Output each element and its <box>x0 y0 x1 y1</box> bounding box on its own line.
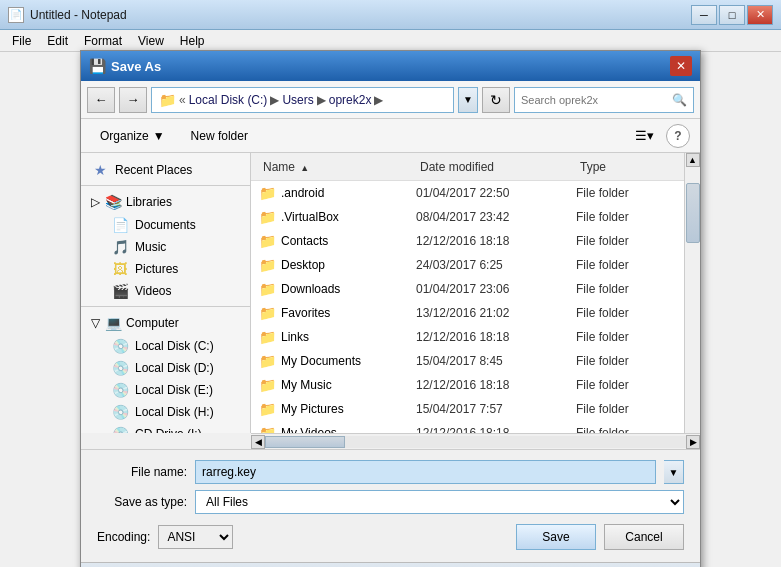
path-folder-icon: 📁 <box>158 92 176 108</box>
help-button[interactable]: ? <box>666 124 690 148</box>
nav-disk-h-label: Local Disk (H:) <box>135 405 214 419</box>
dialog-close-button[interactable]: ✕ <box>670 56 692 76</box>
file-name-text: .android <box>281 186 324 200</box>
nav-cd-drive[interactable]: 💿 CD Drive (I:) <box>81 423 250 433</box>
file-folder-icon: 📁 <box>259 209 277 225</box>
file-name-dropdown[interactable]: ▼ <box>664 460 684 484</box>
save-button[interactable]: Save <box>516 524 596 550</box>
address-path[interactable]: 📁 « Local Disk (C:) ▶ Users ▶ oprek2x ▶ <box>151 87 454 113</box>
file-type-cell: File folder <box>576 234 676 248</box>
search-box[interactable]: 🔍 <box>514 87 694 113</box>
nav-documents[interactable]: 📄 Documents <box>81 214 250 236</box>
file-date-cell: 15/04/2017 8:45 <box>416 354 576 368</box>
disk-e-icon: 💿 <box>111 382 129 398</box>
forward-button[interactable]: → <box>119 87 147 113</box>
path-segment-2[interactable]: Users <box>282 93 313 107</box>
col-type[interactable]: Type <box>576 160 676 174</box>
file-date-cell: 12/12/2016 18:18 <box>416 426 576 433</box>
scroll-up[interactable]: ▲ <box>686 153 700 167</box>
encoding-select[interactable]: ANSI UTF-8 Unicode <box>158 525 233 549</box>
refresh-button[interactable]: ↻ <box>482 87 510 113</box>
table-row[interactable]: 📁 My Documents 15/04/2017 8:45 File fold… <box>251 349 684 373</box>
videos-icon: 🎬 <box>111 283 129 299</box>
address-dropdown[interactable]: ▼ <box>458 87 478 113</box>
file-name-text: Downloads <box>281 282 340 296</box>
scroll-thumb[interactable] <box>686 183 700 243</box>
computer-expand-icon: ▽ <box>91 316 100 330</box>
computer-icon: 💻 <box>104 315 122 331</box>
path-segment-1[interactable]: Local Disk (C:) <box>189 93 268 107</box>
scroll-right[interactable]: ▶ <box>686 435 700 449</box>
nav-divider-2 <box>81 306 250 307</box>
h-scroll-track[interactable] <box>265 436 686 448</box>
notepad-window: 📄 Untitled - Notepad ─ □ ✕ File Edit For… <box>0 0 781 567</box>
table-row[interactable]: 📁 My Pictures 15/04/2017 7:57 File folde… <box>251 397 684 421</box>
cancel-button[interactable]: Cancel <box>604 524 684 550</box>
table-row[interactable]: 📁 Desktop 24/03/2017 6:25 File folder <box>251 253 684 277</box>
nav-recent-places[interactable]: ★ Recent Places <box>81 159 250 181</box>
file-name-row: File name: ▼ <box>97 460 684 484</box>
save-as-dialog: 💾 Save As ✕ ← → 📁 « Local Disk (C:) ▶ Us… <box>80 50 701 567</box>
file-name-cell: 📁 Contacts <box>259 233 416 249</box>
table-row[interactable]: 📁 Contacts 12/12/2016 18:18 File folder <box>251 229 684 253</box>
h-scrollbar[interactable]: ◀ ▶ <box>251 433 700 449</box>
h-scroll-thumb[interactable] <box>265 436 345 448</box>
file-name-text: .VirtualBox <box>281 210 339 224</box>
file-folder-icon: 📁 <box>259 281 277 297</box>
path-segment-3[interactable]: oprek2x <box>329 93 372 107</box>
nav-local-disk-e[interactable]: 💿 Local Disk (E:) <box>81 379 250 401</box>
scroll-left[interactable]: ◀ <box>251 435 265 449</box>
nav-pictures[interactable]: 🖼 Pictures <box>81 258 250 280</box>
nav-computer-header[interactable]: ▽ 💻 Computer <box>81 311 250 335</box>
table-row[interactable]: 📁 My Music 12/12/2016 18:18 File folder <box>251 373 684 397</box>
file-panel: Name ▲ Date modified Type 📁 .a <box>251 153 684 433</box>
table-row[interactable]: 📁 Links 12/12/2016 18:18 File folder <box>251 325 684 349</box>
table-row[interactable]: 📁 Downloads 01/04/2017 23:06 File folder <box>251 277 684 301</box>
col-name-label: Name <box>263 160 295 174</box>
documents-icon: 📄 <box>111 217 129 233</box>
view-button[interactable]: ☰▾ <box>630 124 658 148</box>
table-row[interactable]: 📁 .android 01/04/2017 22:50 File folder <box>251 181 684 205</box>
libraries-icon: 📚 <box>104 194 122 210</box>
nav-music[interactable]: 🎵 Music <box>81 236 250 258</box>
separator-1: « <box>179 93 186 107</box>
nav-computer-label: Computer <box>126 316 179 330</box>
file-list: 📁 .android 01/04/2017 22:50 File folder … <box>251 181 684 433</box>
back-button[interactable]: ← <box>87 87 115 113</box>
col-name[interactable]: Name ▲ <box>259 160 416 174</box>
file-type-cell: File folder <box>576 258 676 272</box>
nav-local-disk-h[interactable]: 💿 Local Disk (H:) <box>81 401 250 423</box>
file-date-cell: 12/12/2016 18:18 <box>416 378 576 392</box>
file-name-text: My Pictures <box>281 402 344 416</box>
file-name-cell: 📁 .VirtualBox <box>259 209 416 225</box>
col-type-label: Type <box>580 160 606 174</box>
search-input[interactable] <box>521 94 672 106</box>
nav-libraries-label: Libraries <box>126 195 172 209</box>
col-date[interactable]: Date modified <box>416 160 576 174</box>
file-date-cell: 13/12/2016 21:02 <box>416 306 576 320</box>
save-type-select[interactable]: All Files Text Documents (*.txt) <box>195 490 684 514</box>
nav-documents-label: Documents <box>135 218 196 232</box>
nav-videos-label: Videos <box>135 284 171 298</box>
table-row[interactable]: 📁 My Videos 12/12/2016 18:18 File folder <box>251 421 684 433</box>
libraries-expand-icon: ▷ <box>91 195 100 209</box>
file-name-text: Contacts <box>281 234 328 248</box>
organize-button[interactable]: Organize ▼ <box>91 125 174 147</box>
nav-videos[interactable]: 🎬 Videos <box>81 280 250 302</box>
hide-folders-bar[interactable]: ▲ Hide Folders <box>81 562 700 567</box>
dialog-footer: File name: ▼ Save as type: All Files Tex… <box>81 449 700 562</box>
table-row[interactable]: 📁 .VirtualBox 08/04/2017 23:42 File fold… <box>251 205 684 229</box>
nav-local-disk-c[interactable]: 💿 Local Disk (C:) <box>81 335 250 357</box>
nav-local-disk-d[interactable]: 💿 Local Disk (D:) <box>81 357 250 379</box>
v-scrollbar[interactable]: ▲ <box>684 153 700 433</box>
file-folder-icon: 📁 <box>259 257 277 273</box>
separator-2: ▶ <box>270 93 279 107</box>
table-row[interactable]: 📁 Favorites 13/12/2016 21:02 File folder <box>251 301 684 325</box>
file-name-input[interactable] <box>195 460 656 484</box>
separator-3: ▶ <box>317 93 326 107</box>
new-folder-button[interactable]: New folder <box>182 125 257 147</box>
nav-libraries-header[interactable]: ▷ 📚 Libraries <box>81 190 250 214</box>
nav-recent-label: Recent Places <box>115 163 192 177</box>
file-name-cell: 📁 My Videos <box>259 425 416 433</box>
file-name-label: File name: <box>97 465 187 479</box>
